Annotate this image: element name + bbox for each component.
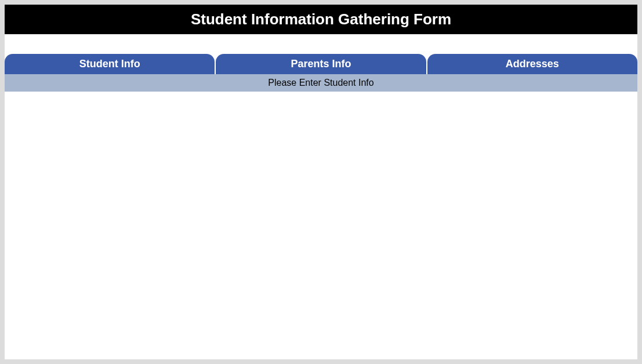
tab-parents-info[interactable]: Parents Info	[216, 54, 426, 74]
form-container: Student Information Gathering Form Stude…	[5, 5, 637, 359]
content-area	[5, 92, 637, 359]
tab-bar: Student Info Parents Info Addresses	[5, 54, 637, 74]
tab-addresses[interactable]: Addresses	[427, 54, 637, 74]
instruction-text: Please Enter Student Info	[5, 74, 637, 92]
page-title: Student Information Gathering Form	[5, 5, 637, 34]
tab-student-info[interactable]: Student Info	[5, 54, 215, 74]
